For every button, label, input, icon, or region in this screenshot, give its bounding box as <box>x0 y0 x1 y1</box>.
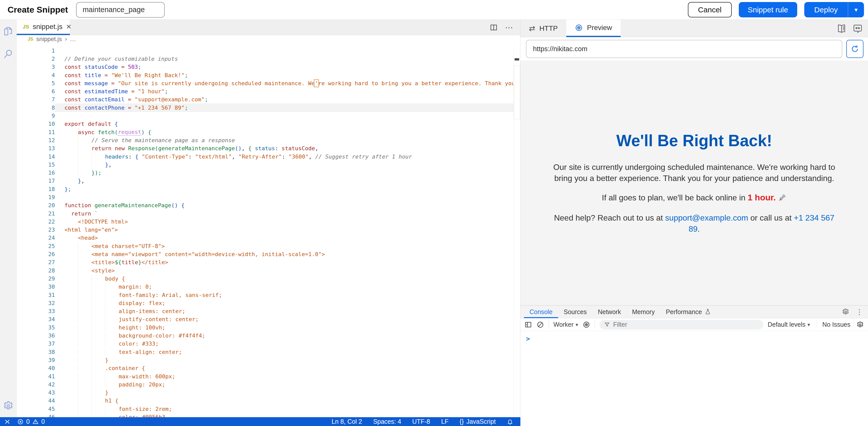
code-editor[interactable]: 12// Define your customizable inputs3con… <box>17 43 520 417</box>
code-line[interactable]: 22 <!DOCTYPE html> <box>17 218 520 226</box>
tab-http[interactable]: ⇄ HTTP <box>520 20 566 37</box>
code-line[interactable]: 19 <box>17 193 520 201</box>
code-line[interactable]: 15 }, <box>17 161 520 169</box>
code-line[interactable]: 39 } <box>17 356 520 364</box>
problems-indicator[interactable]: 0 0 <box>17 418 45 425</box>
indentation-setting[interactable]: Spaces: 4 <box>373 418 401 425</box>
console-settings-gear-icon[interactable] <box>857 321 864 329</box>
log-levels-selector[interactable]: Default levels ▾ <box>768 321 810 328</box>
devtools-tab-network[interactable]: Network <box>592 306 626 318</box>
code-line[interactable]: 17 }, <box>17 177 520 185</box>
code-line[interactable]: 27 <title>${title}</title> <box>17 258 520 266</box>
code-line[interactable]: 42 padding: 20px; <box>17 380 520 389</box>
devtools-tab-performance[interactable]: Performance <box>660 306 716 318</box>
snippet-name-input[interactable] <box>76 2 165 18</box>
code-line[interactable]: 5const message = "Our site is currently … <box>17 79 520 87</box>
close-icon[interactable]: ✕ <box>66 23 71 31</box>
code-line[interactable]: 7const contactEmail = "support@example.c… <box>17 95 520 104</box>
remote-indicator-icon[interactable] <box>4 419 10 425</box>
code-line[interactable]: 14 headers: { "Content-Type": "text/html… <box>17 152 520 161</box>
files-icon[interactable] <box>3 26 14 37</box>
breadcrumb[interactable]: JS snippet.js › … <box>17 35 520 43</box>
deploy-split-button[interactable]: Deploy ▾ <box>804 2 864 18</box>
code-line[interactable]: 37 color: #333; <box>17 340 520 348</box>
devtools-tab-memory[interactable]: Memory <box>626 306 660 318</box>
code-line[interactable]: 9 <box>17 112 520 120</box>
cancel-button[interactable]: Cancel <box>688 2 732 18</box>
code-line[interactable]: 35 height: 100vh; <box>17 323 520 332</box>
code-line[interactable]: 44 h1 { <box>17 397 520 405</box>
deploy-dropdown-button[interactable]: ▾ <box>848 2 864 18</box>
language-mode[interactable]: {} JavaScript <box>460 418 496 425</box>
divider <box>549 320 549 329</box>
filter-input[interactable] <box>613 321 759 328</box>
console-sidebar-toggle-icon[interactable] <box>524 321 532 329</box>
scrollbar-thumb[interactable] <box>514 66 520 119</box>
code-line[interactable]: 34 justify-content: center; <box>17 315 520 323</box>
code-line[interactable]: 38 text-align: center; <box>17 348 520 356</box>
code-line[interactable]: 4const title = "We'll Be Right Back!"; <box>17 71 520 79</box>
code-line[interactable]: 31 font-family: Arial, sans-serif; <box>17 291 520 299</box>
code-line[interactable]: 8const contactPhone = "+1 234 567 89"; <box>17 104 520 112</box>
snippet-rule-button[interactable]: Snippet rule <box>739 2 797 18</box>
code-line[interactable]: 26 <meta name="viewport" content="width=… <box>17 250 520 258</box>
devtools-tab-sources[interactable]: Sources <box>558 306 592 318</box>
indent-guide <box>91 381 105 388</box>
code-line[interactable]: 45 font-size: 2rem; <box>17 405 520 413</box>
code-line[interactable]: 30 margin: 0; <box>17 283 520 291</box>
kebab-menu-icon[interactable]: ⋮ <box>856 308 863 316</box>
support-email-link[interactable]: support@example.com <box>665 213 748 222</box>
bell-icon[interactable] <box>507 419 513 425</box>
code-line[interactable]: 29 body { <box>17 275 520 283</box>
breadcrumb-file[interactable]: snippet.js <box>36 35 62 42</box>
encoding-setting[interactable]: UTF-8 <box>412 418 430 425</box>
code-line[interactable]: 36 background-color: #f4f4f4; <box>17 332 520 340</box>
code-line[interactable]: 2// Define your customizable inputs <box>17 55 520 63</box>
console-filter[interactable] <box>599 320 763 330</box>
code-line[interactable]: 3const statusCode = 503; <box>17 63 520 71</box>
code-line[interactable]: 24 <head> <box>17 234 520 242</box>
code-line[interactable]: 21 return ` <box>17 209 520 218</box>
live-expression-eye-icon[interactable] <box>583 321 590 329</box>
code-line[interactable]: 43 } <box>17 389 520 397</box>
code-line[interactable]: 16 }); <box>17 169 520 177</box>
code-line[interactable]: 41 max-width: 600px; <box>17 372 520 380</box>
code-line[interactable]: 25 <meta charset="UTF-8"> <box>17 242 520 250</box>
code-line[interactable]: 33 align-items: center; <box>17 307 520 315</box>
console-prompt[interactable]: > <box>526 335 530 343</box>
code-line[interactable]: 11 async fetch(request) { <box>17 128 520 136</box>
code-line[interactable]: 20function generateMaintenancePage() { <box>17 201 520 209</box>
code-line[interactable]: 1 <box>17 47 520 55</box>
code-line[interactable]: 46 color: #0056b3 <box>17 413 520 417</box>
refresh-button[interactable] <box>846 40 864 58</box>
search-icon[interactable] <box>3 48 14 59</box>
editor-scrollbar[interactable] <box>514 47 520 417</box>
more-actions-icon[interactable]: ⋯ <box>505 23 514 32</box>
code-line[interactable]: 12 // Serve the maintenance page as a re… <box>17 136 520 144</box>
code-line[interactable]: 10export default { <box>17 120 520 128</box>
issues-counter[interactable]: No Issues <box>823 321 850 328</box>
code-line[interactable]: 6const estimatedTime = "1 hour"; <box>17 87 520 95</box>
cursor-position[interactable]: Ln 8, Col 2 <box>332 418 362 425</box>
clear-console-icon[interactable] <box>536 321 544 329</box>
code-line[interactable]: 32 display: flex; <box>17 299 520 307</box>
url-input[interactable] <box>526 40 842 58</box>
code-line[interactable]: 23<html lang="en"> <box>17 226 520 234</box>
docs-icon[interactable] <box>837 24 846 33</box>
discord-icon[interactable] <box>853 24 863 33</box>
tab-preview[interactable]: Preview <box>566 20 621 37</box>
deploy-button[interactable]: Deploy <box>804 2 848 18</box>
devtools-tab-console[interactable]: Console <box>524 306 558 318</box>
code-line[interactable]: 40 .container { <box>17 364 520 372</box>
code-line[interactable]: 18}; <box>17 185 520 193</box>
code-line[interactable]: 28 <style> <box>17 266 520 275</box>
context-selector[interactable]: Worker ▾ <box>553 321 578 328</box>
eol-setting[interactable]: LF <box>441 418 448 425</box>
split-editor-icon[interactable] <box>489 23 498 32</box>
code-line[interactable]: 13 return new Response(generateMaintenan… <box>17 144 520 152</box>
tab-snippet-js[interactable]: JS snippet.js ✕ <box>17 20 70 35</box>
console-output[interactable]: > <box>520 331 868 426</box>
breadcrumb-more[interactable]: … <box>70 35 76 42</box>
gear-icon[interactable] <box>842 308 849 316</box>
gear-icon[interactable] <box>3 400 14 411</box>
